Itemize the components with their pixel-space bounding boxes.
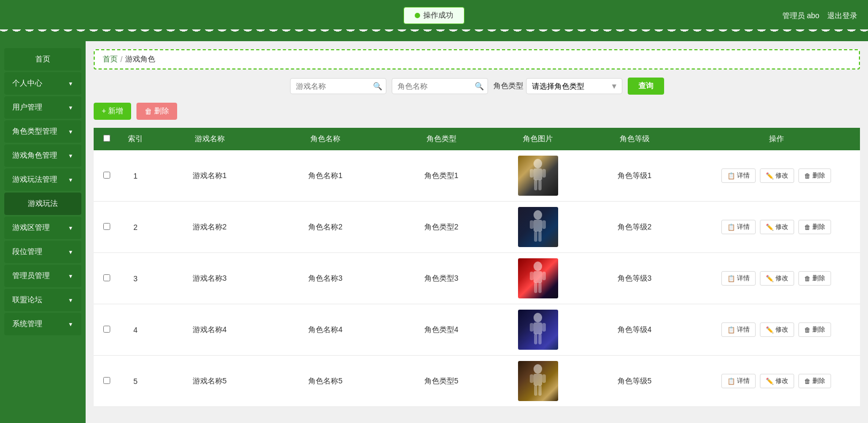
edit-label: 修改 <box>775 222 788 232</box>
row-role-level: 角色等级3 <box>576 253 692 304</box>
game-name-input[interactable] <box>290 78 386 94</box>
add-button[interactable]: + 新增 <box>94 103 131 120</box>
row-checkbox-cell[interactable] <box>94 202 119 253</box>
action-bar: + 新增 🗑 删除 <box>94 103 860 120</box>
row-delete-button[interactable]: 🗑 删除 <box>798 271 831 286</box>
sidebar-item-admin-mgmt-label: 管理员管理 <box>12 271 50 281</box>
header-index: 索引 <box>119 128 151 150</box>
sidebar-item-sys-mgmt-label: 系统管理 <box>12 319 42 329</box>
query-button[interactable]: 查询 <box>628 78 664 95</box>
detail-button[interactable]: 📋 详情 <box>721 374 756 388</box>
batch-delete-label: 删除 <box>154 106 169 116</box>
character-svg <box>524 158 551 196</box>
header-role-img: 角色图片 <box>499 128 576 150</box>
row-checkbox-cell[interactable] <box>94 304 119 356</box>
row-index: 3 <box>119 253 151 304</box>
trash-icon: 🗑 <box>144 107 152 116</box>
detail-button[interactable]: 📋 详情 <box>721 271 756 286</box>
row-checkbox[interactable] <box>103 326 110 333</box>
select-all-checkbox[interactable] <box>103 135 110 142</box>
breadcrumb-home[interactable]: 首页 <box>103 55 118 64</box>
row-delete-button[interactable]: 🗑 删除 <box>798 168 831 183</box>
row-checkbox-cell[interactable] <box>94 356 119 407</box>
sidebar-item-game-play[interactable]: 游戏玩法 <box>4 193 81 215</box>
row-delete-label: 删除 <box>812 222 825 232</box>
edit-button[interactable]: ✏️ 修改 <box>760 322 794 337</box>
sidebar-item-game-role-mgmt[interactable]: 游戏角色管理 ▼ <box>4 144 81 167</box>
batch-delete-button[interactable]: 🗑 删除 <box>136 103 177 120</box>
sidebar-item-sys-mgmt[interactable]: 系统管理 ▼ <box>4 313 81 335</box>
sidebar-item-rank-mgmt[interactable]: 段位管理 ▼ <box>4 241 81 263</box>
role-type-label: 角色类型 <box>493 81 523 91</box>
sidebar-item-forum[interactable]: 联盟论坛 ▼ <box>4 289 81 311</box>
sidebar-item-home-label: 首页 <box>35 55 50 64</box>
detail-icon: 📋 <box>727 275 735 282</box>
header-checkbox[interactable] <box>94 128 119 150</box>
detail-button[interactable]: 📋 详情 <box>721 168 756 183</box>
row-delete-button[interactable]: 🗑 删除 <box>798 322 831 337</box>
row-delete-label: 删除 <box>812 325 825 334</box>
row-game-name: 游戏名称5 <box>151 356 268 407</box>
table-row: 2 游戏名称2 角色名称2 角色类型2 角色等级2 📋 详情 <box>94 202 860 253</box>
sidebar-item-game-play-mgmt[interactable]: 游戏玩法管理 ▼ <box>4 168 81 191</box>
sidebar-item-home[interactable]: 首页 <box>4 48 81 71</box>
edit-icon: ✏️ <box>766 326 774 334</box>
content-area: 首页 / 游戏角色 🔍 🔍 角色类型 请选择角色类型 ▼ <box>86 41 868 423</box>
sidebar-item-user-mgmt[interactable]: 用户管理 ▼ <box>4 96 81 119</box>
toast-text: 操作成功 <box>423 11 453 20</box>
row-checkbox-cell[interactable] <box>94 150 119 202</box>
row-role-name: 角色名称1 <box>268 150 384 202</box>
row-checkbox-cell[interactable] <box>94 253 119 304</box>
chevron-down-icon: ▼ <box>68 105 73 111</box>
success-toast: 操作成功 <box>403 7 465 24</box>
edit-button[interactable]: ✏️ 修改 <box>760 168 794 183</box>
svg-rect-26 <box>530 374 534 383</box>
row-checkbox[interactable] <box>103 172 110 179</box>
detail-label: 详情 <box>737 376 750 386</box>
row-delete-button[interactable]: 🗑 删除 <box>798 220 831 234</box>
row-checkbox[interactable] <box>103 274 110 281</box>
sidebar-item-role-type-mgmt[interactable]: 角色类型管理 ▼ <box>4 120 81 143</box>
edit-button[interactable]: ✏️ 修改 <box>760 220 794 234</box>
logout-button[interactable]: 退出登录 <box>827 11 857 21</box>
user-label: 管理员 abo <box>782 11 819 21</box>
sidebar-item-personal-label: 个人中心 <box>12 79 42 88</box>
svg-rect-1 <box>534 168 542 180</box>
row-index: 2 <box>119 202 151 253</box>
sidebar-item-personal[interactable]: 个人中心 ▼ <box>4 72 81 95</box>
top-bar: 操作成功 管理员 abo 退出登录 <box>0 3 868 29</box>
svg-rect-27 <box>542 374 546 383</box>
edit-button[interactable]: ✏️ 修改 <box>760 374 794 388</box>
role-name-input[interactable] <box>392 78 488 94</box>
chevron-down-icon: ▼ <box>68 225 73 231</box>
role-type-select[interactable]: 请选择角色类型 <box>526 78 622 94</box>
detail-label: 详情 <box>737 325 750 334</box>
sidebar-item-admin-mgmt[interactable]: 管理员管理 ▼ <box>4 265 81 287</box>
chevron-down-icon: ▼ <box>68 273 73 279</box>
row-delete-button[interactable]: 🗑 删除 <box>798 374 831 388</box>
role-image <box>518 310 558 350</box>
detail-button[interactable]: 📋 详情 <box>721 220 756 234</box>
row-role-type: 角色类型3 <box>383 253 499 304</box>
breadcrumb-separator: / <box>120 55 123 64</box>
character-svg <box>524 261 551 298</box>
detail-button[interactable]: 📋 详情 <box>721 322 756 337</box>
row-delete-label: 删除 <box>812 376 825 386</box>
sidebar-item-game-play-mgmt-label: 游戏玩法管理 <box>12 175 57 184</box>
edit-label: 修改 <box>775 274 788 283</box>
svg-rect-2 <box>530 169 534 178</box>
svg-rect-19 <box>534 322 542 334</box>
detail-icon: 📋 <box>727 172 735 180</box>
game-name-search-wrap: 🔍 <box>290 78 386 94</box>
edit-label: 修改 <box>775 171 788 180</box>
row-checkbox[interactable] <box>103 377 110 384</box>
row-checkbox[interactable] <box>103 223 110 230</box>
edit-button[interactable]: ✏️ 修改 <box>760 271 794 286</box>
detail-label: 详情 <box>737 274 750 283</box>
table-row: 1 游戏名称1 角色名称1 角色类型1 角色等级1 📋 详情 <box>94 150 860 202</box>
sidebar-item-game-zone-mgmt[interactable]: 游戏区管理 ▼ <box>4 217 81 239</box>
row-index: 5 <box>119 356 151 407</box>
svg-point-12 <box>534 262 542 271</box>
role-image <box>518 361 558 401</box>
svg-point-0 <box>534 159 542 168</box>
